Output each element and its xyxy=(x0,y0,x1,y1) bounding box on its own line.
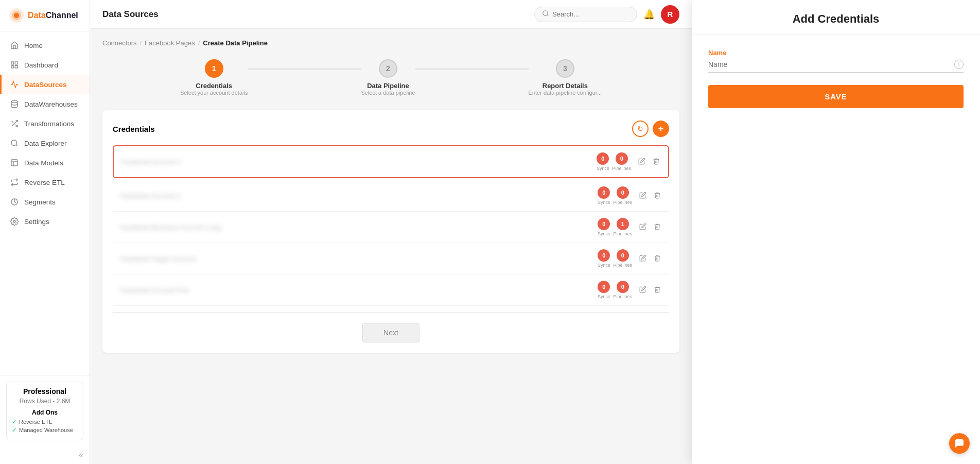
edit-credential-5[interactable] xyxy=(638,285,647,296)
step-3-sublabel: Enter data pipeline configur... xyxy=(529,90,602,96)
sidebar-item-reverse-etl[interactable]: Reverse ETL xyxy=(0,173,90,192)
credential-row-3[interactable]: Facebook Business Account Long 0 Syncs 1… xyxy=(113,212,669,243)
pipelines-badge-4: 0 Pipelines xyxy=(613,249,632,268)
svg-point-13 xyxy=(543,10,548,15)
pipelines-badge-1: 0 Pipelines xyxy=(612,152,631,171)
right-panel-title: Add Credentials xyxy=(708,12,964,26)
syncs-badge-2: 0 Syncs xyxy=(598,186,610,205)
next-button[interactable]: Next xyxy=(362,323,419,342)
dashboard-icon xyxy=(10,60,19,70)
step-connector-2 xyxy=(415,68,529,70)
edit-credential-2[interactable] xyxy=(638,191,647,201)
sidebar-item-segments[interactable]: Segments xyxy=(0,192,90,212)
check-icon: ✓ xyxy=(12,418,17,425)
step-2-label: Data Pipeline xyxy=(367,82,409,90)
pipelines-badge-3: 1 Pipelines xyxy=(613,218,632,236)
syncs-badge-5: 0 Syncs xyxy=(598,281,610,299)
syncs-badge-3: 0 Syncs xyxy=(598,218,610,236)
credential-actions-2 xyxy=(638,191,662,201)
credential-actions-1 xyxy=(637,157,661,167)
delete-credential-5[interactable] xyxy=(653,285,662,296)
edit-credential-4[interactable] xyxy=(638,253,647,264)
logo[interactable]: DataChannel xyxy=(0,0,90,31)
save-credentials-button[interactable]: SAVE xyxy=(708,85,964,108)
svg-rect-10 xyxy=(11,160,18,166)
syncs-badge-4: 0 Syncs xyxy=(598,249,610,268)
svg-rect-3 xyxy=(11,62,14,64)
sidebar-item-dashboard-label: Dashboard xyxy=(24,61,58,69)
home-icon xyxy=(10,41,19,50)
right-panel-header: Add Credentials xyxy=(692,0,980,35)
credential-row-2[interactable]: Facebook Account 2 0 Syncs 0 Pipelines xyxy=(113,180,669,212)
main-content: Data Sources 🔔 R Connectors / Facebook P… xyxy=(90,0,692,464)
sidebar-item-datasources[interactable]: DataSources xyxy=(0,75,90,94)
sidebar-item-datawarehouses[interactable]: DataWarehouses xyxy=(0,94,90,114)
breadcrumb-facebook-pages[interactable]: Facebook Pages xyxy=(145,39,195,47)
delete-credential-3[interactable] xyxy=(653,222,662,233)
settings-icon xyxy=(10,217,19,226)
name-field-input[interactable] xyxy=(708,60,950,68)
delete-credential-2[interactable] xyxy=(653,191,662,201)
svg-point-2 xyxy=(14,13,19,18)
svg-line-14 xyxy=(547,14,549,16)
name-info-icon[interactable]: i xyxy=(954,60,964,69)
add-credentials-button[interactable]: + xyxy=(653,121,669,137)
svg-rect-6 xyxy=(15,65,18,68)
logo-icon xyxy=(8,7,25,24)
step-2-circle: 2 xyxy=(379,59,397,78)
plan-rows: Rows Used - 2.6M xyxy=(12,398,78,405)
pipelines-label: Pipelines xyxy=(612,166,631,171)
chat-support-icon[interactable] xyxy=(949,433,970,454)
step-3-circle: 3 xyxy=(556,59,574,78)
step-connector-1 xyxy=(248,68,361,70)
sidebar-item-transformations[interactable]: Transformations xyxy=(0,114,90,133)
credential-badges-2: 0 Syncs 0 Pipelines xyxy=(598,186,632,205)
syncs-label: Syncs xyxy=(597,166,609,171)
svg-line-9 xyxy=(16,145,18,146)
breadcrumb-connectors[interactable]: Connectors xyxy=(102,39,136,47)
sidebar-item-data-models-label: Data Models xyxy=(24,159,63,167)
search-input[interactable] xyxy=(552,10,629,18)
sidebar-item-home[interactable]: Home xyxy=(0,36,90,55)
logo-text: DataChannel xyxy=(28,11,78,20)
step-3-label: Report Details xyxy=(542,82,588,90)
pipelines-count-3: 1 xyxy=(617,218,629,230)
user-avatar[interactable]: R xyxy=(661,5,679,24)
sidebar-item-data-explorer[interactable]: Data Explorer xyxy=(0,133,90,153)
syncs-count-1: 0 xyxy=(597,152,609,165)
credentials-title: Credentials xyxy=(113,125,155,133)
credential-row-1[interactable]: Facebook Account 1 0 Syncs 0 Pipelines xyxy=(113,145,669,178)
data-models-icon xyxy=(10,158,19,167)
delete-credential-4[interactable] xyxy=(653,253,662,264)
edit-credential-1[interactable] xyxy=(637,157,646,167)
svg-rect-5 xyxy=(11,65,14,68)
edit-credential-3[interactable] xyxy=(638,222,647,233)
breadcrumb-sep-1: / xyxy=(139,39,142,47)
sidebar-item-settings[interactable]: Settings xyxy=(0,212,90,231)
sidebar: DataChannel Home Dashboard DataSources xyxy=(0,0,90,464)
breadcrumb: Connectors / Facebook Pages / Create Dat… xyxy=(102,39,679,47)
next-wrap: Next xyxy=(113,323,669,342)
content-area: Connectors / Facebook Pages / Create Dat… xyxy=(90,29,692,464)
sidebar-item-data-explorer-label: Data Explorer xyxy=(24,140,67,147)
credential-row-4[interactable]: Facebook Pages Account 0 Syncs 0 Pipelin… xyxy=(113,243,669,274)
step-1: 1 Credentials Select your account detail… xyxy=(180,59,248,96)
sidebar-item-transformations-label: Transformations xyxy=(24,120,74,128)
step-1-label: Credentials xyxy=(196,82,232,90)
search-box[interactable] xyxy=(534,7,637,22)
check-icon-2: ✓ xyxy=(12,426,17,434)
nav-menu: Home Dashboard DataSources DataWarehouse… xyxy=(0,31,90,375)
credential-name-2: Facebook Account 2 xyxy=(120,192,598,200)
sidebar-item-dashboard[interactable]: Dashboard xyxy=(0,55,90,75)
step-2-sublabel: Select a data pipeline xyxy=(361,90,415,96)
credentials-actions: ↻ + xyxy=(632,121,669,137)
step-1-circle: 1 xyxy=(205,59,223,78)
delete-credential-1[interactable] xyxy=(652,157,661,167)
notification-icon[interactable]: 🔔 xyxy=(643,9,655,20)
sidebar-item-data-models[interactable]: Data Models xyxy=(0,153,90,173)
credential-row-5[interactable]: Facebook Account Five 0 Syncs 0 Pipeline… xyxy=(113,274,669,306)
syncs-badge-1: 0 Syncs xyxy=(597,152,609,171)
collapse-button[interactable]: « xyxy=(0,446,90,464)
addon-reverse-etl: ✓ Reverse ETL xyxy=(12,418,78,425)
refresh-credentials-button[interactable]: ↻ xyxy=(632,121,649,137)
